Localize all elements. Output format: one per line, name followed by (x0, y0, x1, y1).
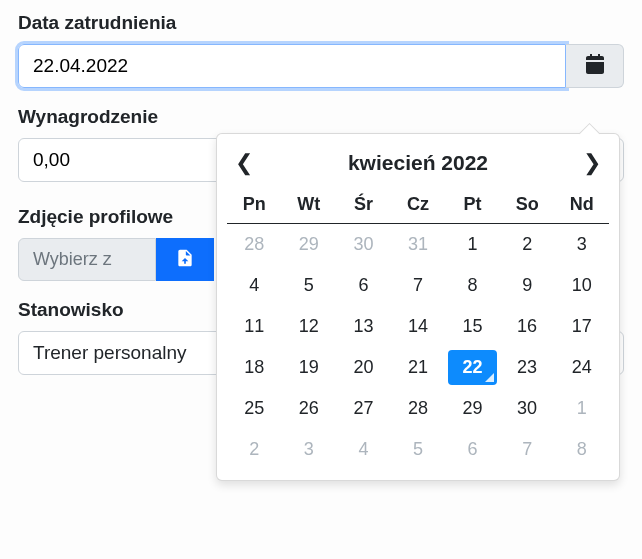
day-cell[interactable]: 17 (554, 306, 609, 347)
day-cell[interactable]: 12 (282, 306, 337, 347)
day-cell[interactable]: 19 (282, 347, 337, 388)
day-cell[interactable]: 9 (500, 265, 555, 306)
day-cell[interactable]: 31 (391, 224, 446, 265)
day-cell[interactable]: 29 (445, 388, 500, 429)
day-cell[interactable]: 14 (391, 306, 446, 347)
day-cell[interactable]: 6 (336, 265, 391, 306)
datepicker-title[interactable]: kwiecień 2022 (348, 151, 488, 175)
day-cell[interactable]: 3 (282, 429, 337, 470)
datepicker-days: 2829303112345678910111213141516171819202… (227, 224, 609, 470)
day-cell[interactable]: 11 (227, 306, 282, 347)
weekday-header: Pn (227, 188, 282, 224)
day-cell[interactable]: 5 (391, 429, 446, 470)
day-cell[interactable]: 30 (336, 224, 391, 265)
file-choose-label[interactable]: Wybierz z (18, 238, 156, 281)
hire-date-input[interactable] (18, 44, 566, 88)
day-cell[interactable]: 6 (445, 429, 500, 470)
day-cell[interactable]: 24 (554, 347, 609, 388)
chevron-left-icon: ❮ (235, 150, 253, 176)
calendar-toggle-button[interactable] (566, 44, 624, 88)
day-cell[interactable]: 2 (500, 224, 555, 265)
chevron-right-icon: ❯ (583, 150, 601, 176)
weekday-header: Nd (554, 188, 609, 224)
day-cell[interactable]: 15 (445, 306, 500, 347)
calendar-icon (583, 52, 607, 80)
weekday-header: Cz (391, 188, 446, 224)
day-cell[interactable]: 1 (554, 388, 609, 429)
file-upload-icon (175, 248, 195, 272)
day-cell[interactable]: 21 (391, 347, 446, 388)
prev-month-button[interactable]: ❮ (229, 148, 259, 178)
salary-label: Wynagrodzenie (18, 106, 624, 128)
day-cell[interactable]: 8 (554, 429, 609, 470)
datepicker-popup: ❮ kwiecień 2022 ❯ PnWtŚrCzPtSoNd 2829303… (216, 133, 620, 481)
weekday-header: Wt (282, 188, 337, 224)
weekday-header: So (500, 188, 555, 224)
day-cell[interactable]: 16 (500, 306, 555, 347)
day-cell[interactable]: 7 (391, 265, 446, 306)
next-month-button[interactable]: ❯ (577, 148, 607, 178)
weekday-header: Pt (445, 188, 500, 224)
day-cell[interactable]: 8 (445, 265, 500, 306)
weekday-header: Śr (336, 188, 391, 224)
hire-date-group (18, 44, 624, 88)
day-cell[interactable]: 27 (336, 388, 391, 429)
day-cell[interactable]: 26 (282, 388, 337, 429)
day-cell[interactable]: 25 (227, 388, 282, 429)
day-cell[interactable]: 28 (227, 224, 282, 265)
day-cell[interactable]: 2 (227, 429, 282, 470)
day-cell[interactable]: 1 (445, 224, 500, 265)
day-cell[interactable]: 4 (227, 265, 282, 306)
day-cell[interactable]: 4 (336, 429, 391, 470)
day-cell[interactable]: 3 (554, 224, 609, 265)
day-cell[interactable]: 30 (500, 388, 555, 429)
day-cell[interactable]: 29 (282, 224, 337, 265)
day-cell[interactable]: 23 (500, 347, 555, 388)
day-cell[interactable]: 18 (227, 347, 282, 388)
day-cell[interactable]: 7 (500, 429, 555, 470)
day-cell[interactable]: 28 (391, 388, 446, 429)
day-cell[interactable]: 10 (554, 265, 609, 306)
hire-date-label: Data zatrudnienia (18, 12, 624, 34)
day-cell[interactable]: 20 (336, 347, 391, 388)
day-cell[interactable]: 13 (336, 306, 391, 347)
day-cell[interactable]: 5 (282, 265, 337, 306)
file-upload-button[interactable] (156, 238, 214, 281)
datepicker-weekdays: PnWtŚrCzPtSoNd (227, 188, 609, 224)
day-cell[interactable]: 22 (448, 350, 497, 385)
datepicker-header: ❮ kwiecień 2022 ❯ (227, 144, 609, 188)
